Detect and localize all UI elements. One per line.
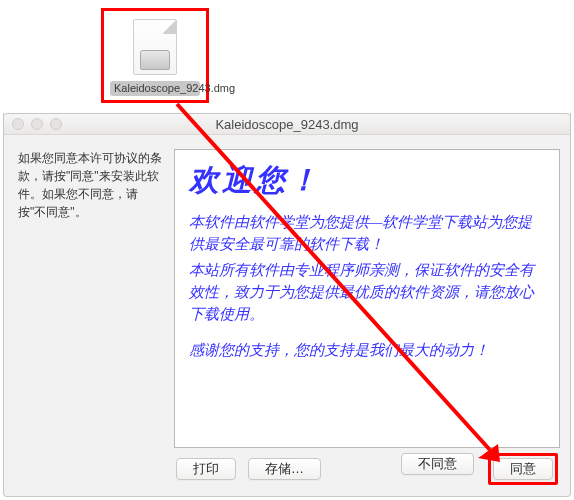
zoom-icon[interactable] (50, 118, 62, 130)
agree-button[interactable]: 同意 (493, 458, 553, 480)
file-icon-container: Kaleidoscope_9243.dmg (100, 2, 210, 109)
license-instructions: 如果您同意本许可协议的条款，请按"同意"来安装此软件。如果您不同意，请按"不同意… (18, 149, 174, 448)
license-content: 欢迎您！ 本软件由软件学堂为您提供—软件学堂下载站为您提供最安全最可靠的软件下载… (175, 150, 559, 371)
license-content-frame: 欢迎您！ 本软件由软件学堂为您提供—软件学堂下载站为您提供最安全最可靠的软件下载… (174, 149, 560, 448)
window-controls (12, 118, 62, 130)
license-paragraph-2: 本站所有软件由专业程序师亲测，保证软件的安全有效性，致力于为您提供最优质的软件资… (189, 259, 545, 325)
file-icon-highlight: Kaleidoscope_9243.dmg (101, 8, 209, 103)
desktop-area: Kaleidoscope_9243.dmg Kaleidoscope_9243.… (0, 0, 574, 500)
close-icon[interactable] (12, 118, 24, 130)
dialog-body: 如果您同意本许可协议的条款，请按"同意"来安装此软件。如果您不同意，请按"不同意… (4, 135, 570, 448)
agree-button-highlight: 同意 (488, 453, 558, 485)
welcome-heading: 欢迎您！ (189, 160, 545, 201)
dmg-file-icon[interactable] (133, 19, 177, 75)
dialog-title: Kaleidoscope_9243.dmg (4, 117, 570, 132)
license-paragraph-1: 本软件由软件学堂为您提供—软件学堂下载站为您提供最安全最可靠的软件下载！ (189, 211, 545, 255)
file-label[interactable]: Kaleidoscope_9243.dmg (110, 81, 200, 96)
dialog-titlebar: Kaleidoscope_9243.dmg (4, 113, 570, 135)
license-paragraph-3: 感谢您的支持，您的支持是我们最大的动力！ (189, 339, 545, 361)
print-button[interactable]: 打印 (176, 458, 236, 480)
disagree-button[interactable]: 不同意 (401, 453, 474, 475)
dialog-button-row: 打印 存储… 不同意 同意 (4, 452, 570, 486)
minimize-icon[interactable] (31, 118, 43, 130)
license-dialog: Kaleidoscope_9243.dmg 如果您同意本许可协议的条款，请按"同… (3, 113, 571, 497)
save-button[interactable]: 存储… (248, 458, 321, 480)
printer-icon (140, 50, 170, 70)
